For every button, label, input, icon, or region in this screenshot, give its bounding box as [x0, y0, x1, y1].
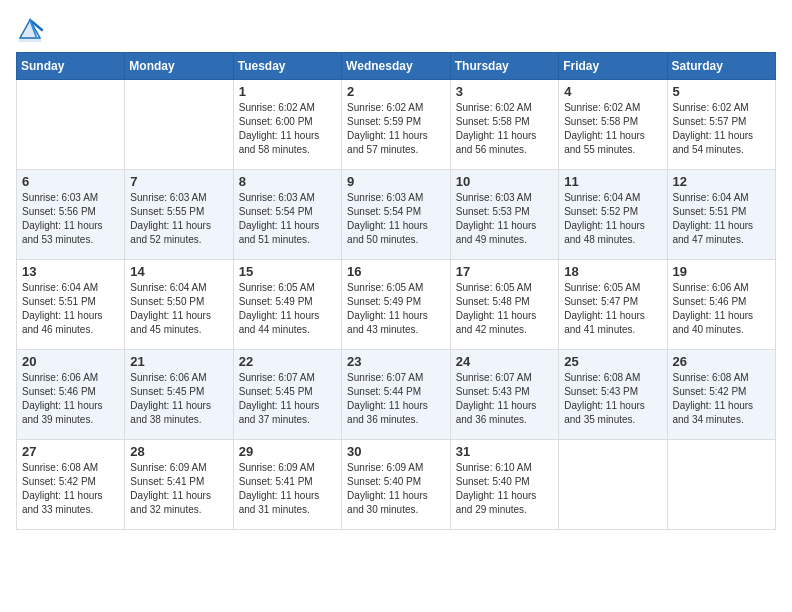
cell-content: Sunrise: 6:10 AMSunset: 5:40 PMDaylight:…	[456, 461, 553, 517]
day-number: 5	[673, 84, 771, 99]
cell-content: Sunrise: 6:08 AMSunset: 5:43 PMDaylight:…	[564, 371, 661, 427]
cell-content: Sunrise: 6:06 AMSunset: 5:45 PMDaylight:…	[130, 371, 227, 427]
weekday-header-sunday: Sunday	[17, 53, 125, 80]
day-number: 16	[347, 264, 445, 279]
day-number: 26	[673, 354, 771, 369]
cell-content: Sunrise: 6:02 AMSunset: 5:57 PMDaylight:…	[673, 101, 771, 157]
calendar-cell: 2Sunrise: 6:02 AMSunset: 5:59 PMDaylight…	[342, 80, 451, 170]
cell-content: Sunrise: 6:05 AMSunset: 5:48 PMDaylight:…	[456, 281, 553, 337]
cell-content: Sunrise: 6:06 AMSunset: 5:46 PMDaylight:…	[673, 281, 771, 337]
weekday-header-friday: Friday	[559, 53, 667, 80]
cell-content: Sunrise: 6:09 AMSunset: 5:41 PMDaylight:…	[239, 461, 336, 517]
calendar-cell: 11Sunrise: 6:04 AMSunset: 5:52 PMDayligh…	[559, 170, 667, 260]
calendar-cell: 15Sunrise: 6:05 AMSunset: 5:49 PMDayligh…	[233, 260, 341, 350]
calendar-cell: 18Sunrise: 6:05 AMSunset: 5:47 PMDayligh…	[559, 260, 667, 350]
day-number: 27	[22, 444, 119, 459]
cell-content: Sunrise: 6:04 AMSunset: 5:51 PMDaylight:…	[22, 281, 119, 337]
calendar-cell: 4Sunrise: 6:02 AMSunset: 5:58 PMDaylight…	[559, 80, 667, 170]
day-number: 11	[564, 174, 661, 189]
calendar-cell: 17Sunrise: 6:05 AMSunset: 5:48 PMDayligh…	[450, 260, 558, 350]
cell-content: Sunrise: 6:09 AMSunset: 5:40 PMDaylight:…	[347, 461, 445, 517]
calendar-cell: 7Sunrise: 6:03 AMSunset: 5:55 PMDaylight…	[125, 170, 233, 260]
cell-content: Sunrise: 6:05 AMSunset: 5:47 PMDaylight:…	[564, 281, 661, 337]
calendar-cell: 22Sunrise: 6:07 AMSunset: 5:45 PMDayligh…	[233, 350, 341, 440]
calendar-cell: 20Sunrise: 6:06 AMSunset: 5:46 PMDayligh…	[17, 350, 125, 440]
day-number: 17	[456, 264, 553, 279]
cell-content: Sunrise: 6:05 AMSunset: 5:49 PMDaylight:…	[347, 281, 445, 337]
day-number: 6	[22, 174, 119, 189]
calendar-cell: 12Sunrise: 6:04 AMSunset: 5:51 PMDayligh…	[667, 170, 776, 260]
logo-icon	[16, 16, 44, 44]
day-number: 28	[130, 444, 227, 459]
day-number: 14	[130, 264, 227, 279]
calendar-week-5: 27Sunrise: 6:08 AMSunset: 5:42 PMDayligh…	[17, 440, 776, 530]
calendar-cell: 31Sunrise: 6:10 AMSunset: 5:40 PMDayligh…	[450, 440, 558, 530]
day-number: 21	[130, 354, 227, 369]
calendar-cell: 26Sunrise: 6:08 AMSunset: 5:42 PMDayligh…	[667, 350, 776, 440]
calendar-cell: 13Sunrise: 6:04 AMSunset: 5:51 PMDayligh…	[17, 260, 125, 350]
calendar-cell: 27Sunrise: 6:08 AMSunset: 5:42 PMDayligh…	[17, 440, 125, 530]
day-number: 24	[456, 354, 553, 369]
cell-content: Sunrise: 6:03 AMSunset: 5:56 PMDaylight:…	[22, 191, 119, 247]
cell-content: Sunrise: 6:03 AMSunset: 5:55 PMDaylight:…	[130, 191, 227, 247]
day-number: 9	[347, 174, 445, 189]
day-number: 13	[22, 264, 119, 279]
day-number: 8	[239, 174, 336, 189]
day-number: 2	[347, 84, 445, 99]
calendar-cell: 14Sunrise: 6:04 AMSunset: 5:50 PMDayligh…	[125, 260, 233, 350]
cell-content: Sunrise: 6:06 AMSunset: 5:46 PMDaylight:…	[22, 371, 119, 427]
day-number: 15	[239, 264, 336, 279]
cell-content: Sunrise: 6:03 AMSunset: 5:53 PMDaylight:…	[456, 191, 553, 247]
calendar-cell: 25Sunrise: 6:08 AMSunset: 5:43 PMDayligh…	[559, 350, 667, 440]
calendar-cell: 5Sunrise: 6:02 AMSunset: 5:57 PMDaylight…	[667, 80, 776, 170]
calendar-cell: 19Sunrise: 6:06 AMSunset: 5:46 PMDayligh…	[667, 260, 776, 350]
day-number: 18	[564, 264, 661, 279]
calendar-table: SundayMondayTuesdayWednesdayThursdayFrid…	[16, 52, 776, 530]
cell-content: Sunrise: 6:02 AMSunset: 5:59 PMDaylight:…	[347, 101, 445, 157]
weekday-header-row: SundayMondayTuesdayWednesdayThursdayFrid…	[17, 53, 776, 80]
cell-content: Sunrise: 6:04 AMSunset: 5:50 PMDaylight:…	[130, 281, 227, 337]
calendar-cell	[559, 440, 667, 530]
day-number: 3	[456, 84, 553, 99]
day-number: 23	[347, 354, 445, 369]
weekday-header-wednesday: Wednesday	[342, 53, 451, 80]
logo	[16, 16, 46, 44]
day-number: 1	[239, 84, 336, 99]
cell-content: Sunrise: 6:04 AMSunset: 5:51 PMDaylight:…	[673, 191, 771, 247]
calendar-cell: 8Sunrise: 6:03 AMSunset: 5:54 PMDaylight…	[233, 170, 341, 260]
cell-content: Sunrise: 6:02 AMSunset: 5:58 PMDaylight:…	[456, 101, 553, 157]
page-container: SundayMondayTuesdayWednesdayThursdayFrid…	[0, 0, 792, 538]
header	[16, 16, 776, 44]
cell-content: Sunrise: 6:08 AMSunset: 5:42 PMDaylight:…	[673, 371, 771, 427]
calendar-cell: 24Sunrise: 6:07 AMSunset: 5:43 PMDayligh…	[450, 350, 558, 440]
calendar-cell: 16Sunrise: 6:05 AMSunset: 5:49 PMDayligh…	[342, 260, 451, 350]
calendar-week-2: 6Sunrise: 6:03 AMSunset: 5:56 PMDaylight…	[17, 170, 776, 260]
day-number: 10	[456, 174, 553, 189]
cell-content: Sunrise: 6:05 AMSunset: 5:49 PMDaylight:…	[239, 281, 336, 337]
cell-content: Sunrise: 6:07 AMSunset: 5:45 PMDaylight:…	[239, 371, 336, 427]
weekday-header-monday: Monday	[125, 53, 233, 80]
calendar-week-1: 1Sunrise: 6:02 AMSunset: 6:00 PMDaylight…	[17, 80, 776, 170]
day-number: 20	[22, 354, 119, 369]
day-number: 7	[130, 174, 227, 189]
weekday-header-saturday: Saturday	[667, 53, 776, 80]
cell-content: Sunrise: 6:02 AMSunset: 5:58 PMDaylight:…	[564, 101, 661, 157]
day-number: 4	[564, 84, 661, 99]
calendar-cell	[667, 440, 776, 530]
calendar-week-4: 20Sunrise: 6:06 AMSunset: 5:46 PMDayligh…	[17, 350, 776, 440]
weekday-header-thursday: Thursday	[450, 53, 558, 80]
day-number: 25	[564, 354, 661, 369]
calendar-cell: 23Sunrise: 6:07 AMSunset: 5:44 PMDayligh…	[342, 350, 451, 440]
day-number: 12	[673, 174, 771, 189]
cell-content: Sunrise: 6:09 AMSunset: 5:41 PMDaylight:…	[130, 461, 227, 517]
day-number: 29	[239, 444, 336, 459]
calendar-cell	[17, 80, 125, 170]
cell-content: Sunrise: 6:04 AMSunset: 5:52 PMDaylight:…	[564, 191, 661, 247]
calendar-cell: 6Sunrise: 6:03 AMSunset: 5:56 PMDaylight…	[17, 170, 125, 260]
calendar-cell: 21Sunrise: 6:06 AMSunset: 5:45 PMDayligh…	[125, 350, 233, 440]
calendar-cell: 9Sunrise: 6:03 AMSunset: 5:54 PMDaylight…	[342, 170, 451, 260]
cell-content: Sunrise: 6:03 AMSunset: 5:54 PMDaylight:…	[347, 191, 445, 247]
calendar-cell: 29Sunrise: 6:09 AMSunset: 5:41 PMDayligh…	[233, 440, 341, 530]
cell-content: Sunrise: 6:02 AMSunset: 6:00 PMDaylight:…	[239, 101, 336, 157]
day-number: 31	[456, 444, 553, 459]
